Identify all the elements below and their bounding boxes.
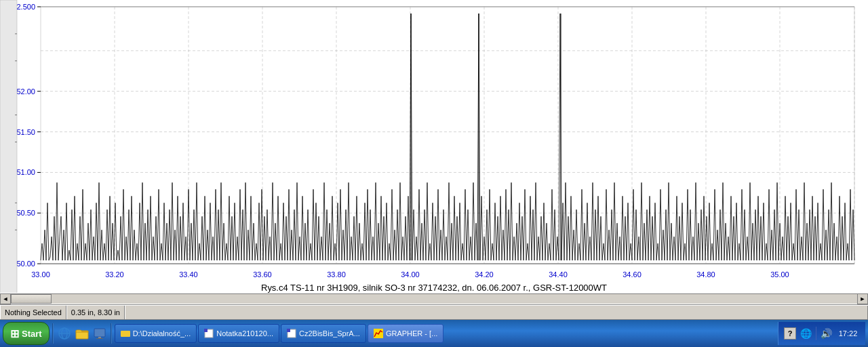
svg-rect-73 (287, 329, 290, 332)
start-button[interactable]: ⊞ Start (3, 322, 50, 345)
taskbar-folder-button[interactable]: D:\Działalność_... (115, 324, 197, 343)
svg-text:34.20: 34.20 (475, 270, 493, 279)
windows-logo: ⊞ (10, 327, 19, 340)
status-bar: Nothing Selected 0.35 in, 8.30 in (0, 305, 868, 320)
svg-text:33.40: 33.40 (179, 270, 197, 279)
svg-text:34.40: 34.40 (549, 270, 567, 279)
folder-icon[interactable] (74, 325, 90, 342)
svg-rect-68 (96, 338, 103, 339)
svg-rect-40 (0, 0, 17, 304)
svg-text:33.20: 33.20 (105, 270, 123, 279)
taskbar-grapher-label: GRAPHER - [... (386, 329, 437, 338)
taskbar-grapher-button[interactable]: GRAPHER - [... (368, 324, 443, 343)
taskbar-separator-2 (111, 323, 112, 344)
svg-rect-71 (204, 329, 208, 332)
network-icon: 🌐 (800, 328, 812, 339)
taskbar-cz2bis-button[interactable]: Cz2BisBis_SprA... (281, 324, 366, 343)
svg-text:35.00: 35.00 (770, 270, 789, 279)
taskbar-folder-label: D:\Działalność_... (133, 329, 191, 338)
taskbar-notatka-label: Notatka210120... (216, 329, 273, 338)
extra-panel (125, 306, 868, 319)
scroll-thumb[interactable] (11, 294, 52, 304)
taskbar-cz2bis-label: Cz2BisBis_SprA... (299, 329, 360, 338)
taskbar-separator-1 (52, 323, 54, 344)
graph-svg: 150.00 150.50 151.00 151.50 152.00 152.5… (0, 0, 868, 304)
svg-text:34.60: 34.60 (623, 270, 641, 279)
nothing-selected-text: Nothing Selected (5, 308, 62, 317)
nothing-selected-panel: Nothing Selected (0, 306, 66, 319)
svg-rect-69 (121, 331, 130, 337)
taskbar: ⊞ Start D:\Działalność_... (0, 320, 868, 347)
graph-container: 150.00 150.50 151.00 151.50 152.00 152.5… (0, 0, 868, 305)
svg-text:34.80: 34.80 (696, 270, 715, 279)
scroll-right-arrow[interactable]: ► (857, 293, 868, 304)
svg-text:33.00: 33.00 (31, 270, 50, 279)
svg-text:33.60: 33.60 (253, 270, 271, 279)
coordinates-panel: 0.35 in, 8.30 in (66, 306, 125, 319)
clock-time: 17:22 (839, 329, 858, 338)
help-button[interactable]: ? (784, 327, 796, 340)
svg-text:Rys.c4 TS-11 nr 3H1909, silnik: Rys.c4 TS-11 nr 3H1909, silnik SO-3 nr 3… (261, 283, 607, 293)
start-label: Start (22, 329, 42, 339)
taskbar-right: ? 🌐 🔊 17:22 (778, 322, 865, 345)
taskbar-notatka-button[interactable]: Notatka210120... (198, 324, 279, 343)
coordinates-text: 0.35 in, 8.30 in (71, 308, 120, 317)
scroll-track (11, 293, 857, 304)
system-tray: ? 🌐 🔊 17:22 (778, 322, 865, 345)
scroll-left-arrow[interactable]: ◄ (0, 293, 11, 304)
tray-separator (816, 327, 816, 340)
svg-text:34.00: 34.00 (401, 270, 419, 279)
system-clock: 17:22 (836, 329, 860, 338)
ie-icon[interactable] (56, 325, 73, 342)
svg-rect-66 (94, 329, 105, 337)
svg-rect-1 (41, 7, 854, 264)
speaker-icon[interactable]: 🔊 (821, 328, 832, 339)
show-desktop-icon[interactable] (92, 325, 108, 342)
svg-text:33.80: 33.80 (327, 270, 345, 279)
